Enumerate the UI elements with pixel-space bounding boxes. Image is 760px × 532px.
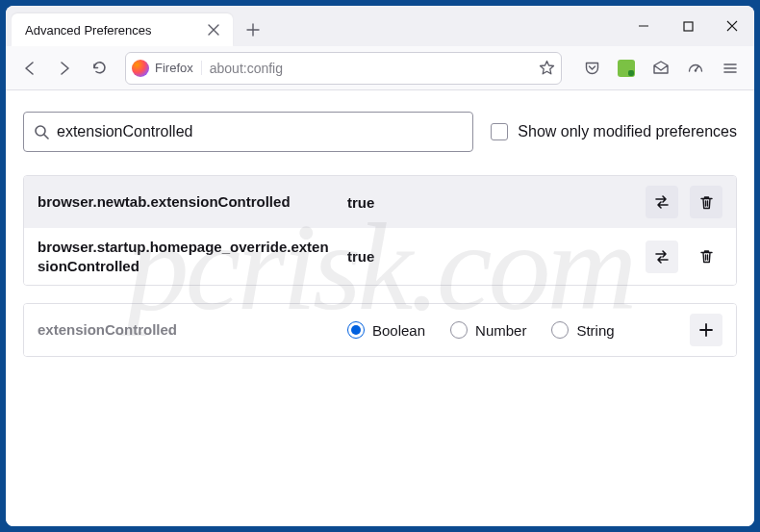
svg-point-1 (695, 69, 697, 71)
preference-value: true (347, 248, 634, 265)
preference-row: browser.startup.homepage_override.extens… (24, 228, 736, 285)
radio-string[interactable]: String (551, 321, 614, 339)
search-icon (34, 124, 49, 139)
radio-label: String (576, 322, 614, 339)
tab-title: Advanced Preferences (25, 23, 204, 38)
new-preference-name: extensionControlled (38, 320, 336, 340)
forward-button[interactable] (48, 52, 81, 85)
preference-row: browser.newtab.extensionControlled true (24, 176, 736, 228)
trash-icon (698, 194, 715, 211)
new-tab-button[interactable] (239, 15, 267, 44)
close-tab-button[interactable] (204, 20, 223, 39)
toggle-button[interactable] (646, 241, 678, 273)
extension-icon[interactable] (610, 52, 643, 85)
url-bar[interactable]: Firefox about:config (125, 52, 562, 85)
preference-name: browser.startup.homepage_override.extens… (38, 238, 336, 275)
radio-label: Boolean (372, 322, 425, 339)
radio-boolean[interactable]: Boolean (347, 321, 425, 339)
pocket-icon[interactable] (575, 52, 608, 85)
reload-button[interactable] (83, 52, 115, 85)
dashboard-icon[interactable] (679, 52, 712, 85)
preference-search-input[interactable] (57, 123, 463, 140)
checkbox-box (491, 123, 508, 140)
radio-label: Number (475, 322, 526, 339)
toolbar: Firefox about:config (6, 46, 754, 90)
inbox-icon[interactable] (645, 52, 677, 85)
show-modified-checkbox[interactable]: Show only modified preferences (491, 123, 737, 140)
svg-rect-0 (684, 22, 693, 31)
radio-circle (450, 321, 468, 339)
new-preference-row: extensionControlled Boolean Number Strin… (23, 303, 737, 357)
radio-circle (347, 321, 365, 339)
identity-label: Firefox (155, 61, 202, 75)
plus-icon (698, 322, 714, 338)
about-config-content: Show only modified preferences browser.n… (6, 90, 754, 526)
preference-search[interactable] (23, 112, 473, 152)
maximize-button[interactable] (666, 6, 710, 46)
bookmark-star-icon[interactable] (539, 60, 555, 76)
preference-value: true (347, 194, 634, 211)
toggle-icon (653, 193, 671, 211)
add-preference-button[interactable] (690, 314, 722, 346)
toggle-button[interactable] (646, 186, 678, 218)
radio-circle (551, 321, 569, 339)
firefox-logo-icon (132, 60, 149, 77)
delete-button[interactable] (690, 186, 722, 218)
show-modified-label: Show only modified preferences (518, 123, 737, 140)
radio-number[interactable]: Number (450, 321, 526, 339)
preferences-table: browser.newtab.extensionControlled true … (23, 175, 737, 286)
window-controls (621, 6, 754, 46)
tab-advanced-preferences[interactable]: Advanced Preferences (12, 13, 233, 46)
back-button[interactable] (13, 52, 46, 85)
menu-button[interactable] (714, 52, 747, 85)
browser-window: Advanced Preferences (6, 6, 754, 526)
type-radio-group: Boolean Number String (347, 321, 678, 339)
titlebar: Advanced Preferences (6, 6, 754, 46)
preference-name: browser.newtab.extensionControlled (38, 192, 336, 212)
minimize-button[interactable] (621, 6, 666, 46)
url-text: about:config (210, 61, 539, 76)
delete-button[interactable] (690, 241, 722, 273)
toggle-icon (653, 248, 671, 266)
close-window-button[interactable] (710, 6, 754, 46)
trash-icon (698, 248, 715, 265)
